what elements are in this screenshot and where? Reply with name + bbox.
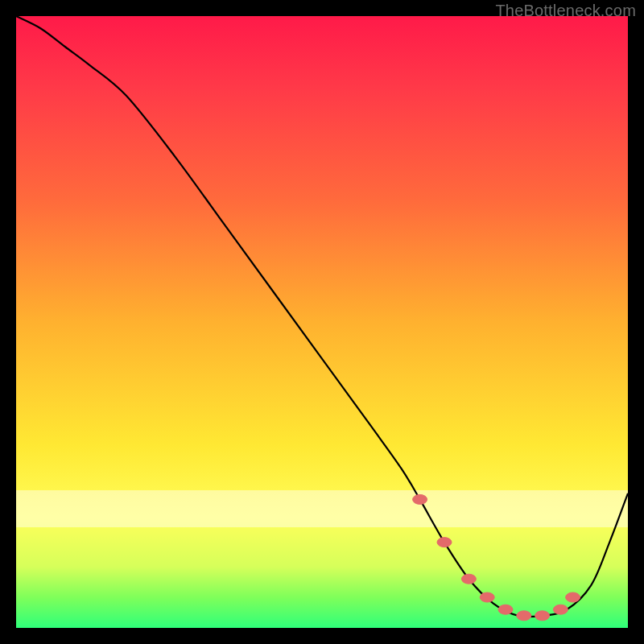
bottleneck-curve [16, 16, 628, 617]
marker-point [498, 605, 513, 614]
marker-point [535, 611, 550, 621]
chart-overlay [16, 16, 628, 628]
marker-point [437, 538, 452, 547]
marker-point [517, 611, 531, 621]
marker-point [461, 574, 476, 584]
marker-point [480, 592, 494, 602]
marker-point [413, 494, 427, 504]
marker-group [413, 494, 580, 620]
marker-point [566, 592, 580, 602]
marker-point [553, 605, 568, 614]
chart-frame: TheBottleneck.com [0, 0, 644, 644]
